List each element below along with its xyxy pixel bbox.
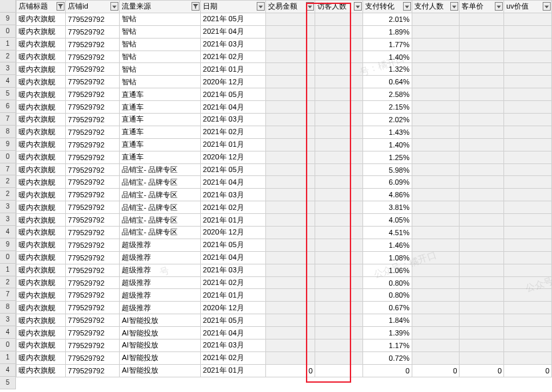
cell-uv[interactable] (504, 114, 552, 126)
col-header-amount[interactable]: 交易金额 (266, 1, 315, 13)
cell-shop[interactable]: 暖内衣旗舰 (17, 88, 66, 101)
cell-visitors[interactable] (315, 114, 363, 126)
cell-id[interactable]: 779529792 (66, 76, 120, 88)
cell-id[interactable]: 779529792 (66, 25, 120, 38)
cell-conv[interactable]: 1.77% (362, 38, 412, 50)
cell-conv[interactable]: 2.58% (362, 88, 412, 101)
cell-id[interactable]: 779529792 (66, 88, 120, 101)
cell-amount[interactable] (266, 189, 315, 201)
cell-amount[interactable] (266, 351, 315, 364)
cell-uv[interactable] (504, 88, 552, 101)
cell-uv[interactable] (504, 302, 552, 314)
cell-date[interactable]: 2021年 02月 (201, 351, 266, 364)
row-number[interactable]: 1 (0, 264, 15, 276)
cell-source[interactable]: AI智能投放 (120, 327, 201, 340)
col-header-uv[interactable]: uv价值 (504, 1, 552, 13)
cell-uv[interactable] (504, 189, 552, 201)
cell-payers[interactable] (412, 340, 460, 352)
cell-conv[interactable]: 2.02% (362, 114, 412, 126)
cell-uv[interactable] (504, 227, 552, 239)
col-header-id[interactable]: 店铺id (66, 1, 120, 13)
row-number[interactable]: 7 (0, 288, 15, 301)
cell-amount[interactable] (266, 25, 315, 38)
cell-visitors[interactable] (315, 138, 363, 151)
cell-shop[interactable]: 暖内衣旗舰 (17, 114, 66, 126)
cell-id[interactable]: 779529792 (66, 239, 120, 251)
row-number[interactable]: 9 (0, 239, 15, 251)
cell-visitors[interactable] (315, 101, 363, 114)
cell-id[interactable]: 779529792 (66, 163, 120, 176)
cell-visitors[interactable] (315, 88, 363, 101)
cell-payers[interactable] (412, 314, 460, 327)
row-number[interactable]: 9 (0, 13, 15, 25)
cell-unit[interactable] (460, 239, 504, 251)
cell-source[interactable]: 超级推荐 (120, 289, 201, 302)
cell-conv[interactable]: 1.32% (362, 63, 412, 76)
row-number[interactable]: 4 (0, 75, 15, 88)
row-number[interactable]: 2 (0, 188, 15, 201)
cell-visitors[interactable] (315, 227, 363, 239)
cell-date[interactable]: 2021年 05月 (201, 163, 266, 176)
cell-unit[interactable] (460, 340, 504, 352)
cell-conv[interactable]: 1.84% (362, 314, 412, 327)
cell-conv[interactable]: 0.67% (362, 302, 412, 314)
row-number[interactable]: 4 (0, 326, 15, 339)
cell-conv[interactable]: 0.72% (362, 351, 412, 364)
cell-id[interactable]: 779529792 (66, 314, 120, 327)
cell-shop[interactable]: 暖内衣旗舰 (17, 214, 66, 227)
cell-shop[interactable]: 暖内衣旗舰 (17, 276, 66, 289)
cell-shop[interactable]: 暖内衣旗舰 (17, 302, 66, 314)
cell-amount[interactable] (266, 151, 315, 163)
cell-visitors[interactable] (315, 314, 363, 327)
cell-id[interactable]: 779529792 (66, 302, 120, 314)
cell-date[interactable]: 2020年 12月 (201, 227, 266, 239)
cell-source[interactable]: 品销宝- 品牌专区 (120, 214, 201, 227)
cell-visitors[interactable] (315, 276, 363, 289)
cell-date[interactable]: 2021年 02月 (201, 126, 266, 138)
cell-uv[interactable] (504, 163, 552, 176)
cell-payers[interactable] (412, 251, 460, 264)
cell-visitors[interactable] (315, 364, 363, 377)
cell-conv[interactable]: 1.46% (362, 239, 412, 251)
cell-source[interactable]: 超级推荐 (120, 264, 201, 276)
cell-amount[interactable] (266, 114, 315, 126)
cell-date[interactable]: 2021年 03月 (201, 38, 266, 50)
row-number[interactable]: 0 (0, 251, 15, 264)
row-number[interactable]: 3 (0, 213, 15, 226)
cell-shop[interactable]: 暖内衣旗舰 (17, 351, 66, 364)
cell-visitors[interactable] (315, 63, 363, 76)
cell-conv[interactable]: 1.43% (362, 126, 412, 138)
cell-shop[interactable]: 暖内衣旗舰 (17, 76, 66, 88)
cell-source[interactable]: 智钻 (120, 63, 201, 76)
cell-id[interactable]: 779529792 (66, 38, 120, 50)
cell-unit[interactable] (460, 13, 504, 25)
cell-payers[interactable] (412, 38, 460, 50)
cell-payers[interactable] (412, 13, 460, 25)
cell-amount[interactable] (266, 251, 315, 264)
filter-dropdown-icon[interactable] (543, 2, 551, 11)
cell-date[interactable]: 2021年 01月 (201, 289, 266, 302)
cell-date[interactable]: 2021年 01月 (201, 364, 266, 377)
cell-unit[interactable] (460, 50, 504, 63)
row-number[interactable]: 2 (0, 276, 15, 289)
cell-date[interactable]: 2021年 04月 (201, 327, 266, 340)
cell-visitors[interactable] (315, 189, 363, 201)
col-header-unit[interactable]: 客单价 (460, 1, 504, 13)
cell-uv[interactable] (504, 239, 552, 251)
filter-dropdown-icon[interactable] (354, 2, 362, 11)
cell-uv[interactable] (504, 25, 552, 38)
cell-visitors[interactable] (315, 239, 363, 251)
cell-amount[interactable] (266, 138, 315, 151)
cell-date[interactable]: 2021年 01月 (201, 63, 266, 76)
cell-date[interactable]: 2021年 02月 (201, 276, 266, 289)
cell-amount[interactable] (266, 101, 315, 114)
col-header-source[interactable]: 流量来源 (120, 1, 201, 13)
cell-unit[interactable] (460, 151, 504, 163)
cell-date[interactable]: 2021年 04月 (201, 25, 266, 38)
cell-amount[interactable] (266, 88, 315, 101)
cell-payers[interactable] (412, 114, 460, 126)
cell-conv[interactable]: 4.51% (362, 227, 412, 239)
cell-conv[interactable]: 1.40% (362, 50, 412, 63)
cell-id[interactable]: 779529792 (66, 251, 120, 264)
cell-id[interactable]: 779529792 (66, 340, 120, 352)
